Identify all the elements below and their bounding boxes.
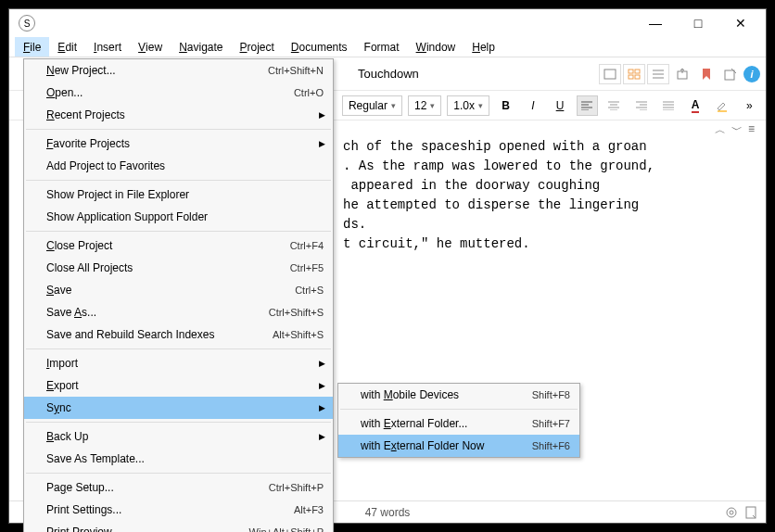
target-icon[interactable]	[725, 506, 738, 519]
text-color-button[interactable]: A	[684, 95, 705, 116]
font-size-select[interactable]: 12	[408, 95, 441, 116]
align-left-button[interactable]	[577, 95, 598, 116]
file-menu-item-16[interactable]: Import▶	[24, 352, 333, 374]
nav-down-icon[interactable]: ﹀	[731, 122, 743, 138]
file-menu-item-5[interactable]: Add Project to Favorites	[24, 155, 333, 177]
line-spacing-select[interactable]: 1.0x	[447, 95, 489, 116]
svg-rect-0	[604, 70, 616, 79]
file-menu-item-7[interactable]: Show Project in File Explorer	[24, 184, 333, 206]
file-menu-item-8[interactable]: Show Application Support Folder	[24, 206, 333, 228]
file-menu-item-12[interactable]: SaveCtrl+S	[24, 279, 333, 301]
sync-menu-item-2[interactable]: with External Folder...Shift+F7	[338, 412, 579, 435]
menu-edit[interactable]: Edit	[49, 37, 85, 57]
bold-button[interactable]: B	[495, 95, 516, 116]
sync-menu-item-3[interactable]: with External Folder NowShift+F6	[338, 435, 579, 457]
menu-format[interactable]: Format	[356, 37, 408, 57]
menu-insert[interactable]: Insert	[85, 37, 130, 57]
file-menu-item-25[interactable]: Print Preview...Win+Alt+Shift+P	[24, 521, 333, 532]
note-icon[interactable]	[745, 506, 756, 519]
align-justify-button[interactable]	[657, 95, 679, 116]
file-menu-item-23[interactable]: Page Setup...Ctrl+Shift+P	[24, 476, 333, 499]
svg-rect-9	[725, 70, 734, 80]
bookmark-icon[interactable]	[695, 64, 718, 84]
minimize-button[interactable]: —	[634, 9, 677, 37]
close-button[interactable]: ✕	[719, 9, 762, 37]
menu-navigate[interactable]: Navigate	[171, 37, 231, 57]
file-menu-item-2[interactable]: Recent Projects▶	[24, 104, 333, 126]
nav-up-icon[interactable]: ︿	[715, 122, 726, 138]
align-center-button[interactable]	[603, 95, 625, 116]
file-menu-dropdown: New Project...Ctrl+Shift+NOpen...Ctrl+OR…	[23, 58, 334, 532]
file-menu-item-20[interactable]: Back Up▶	[24, 425, 333, 448]
file-menu-item-17[interactable]: Export▶	[24, 374, 333, 397]
sync-submenu-dropdown: with Mobile DevicesShift+F8with External…	[337, 383, 580, 458]
menu-help[interactable]: Help	[464, 37, 503, 57]
align-right-button[interactable]	[630, 95, 652, 116]
menubar: FileEditInsertViewNavigateProjectDocumen…	[9, 37, 766, 57]
maximize-button[interactable]: □	[677, 9, 719, 37]
view-single-icon[interactable]	[599, 64, 621, 84]
file-menu-item-10[interactable]: Close ProjectCtrl+F4	[24, 234, 333, 257]
menu-window[interactable]: Window	[408, 37, 464, 57]
info-icon[interactable]: i	[743, 66, 760, 82]
font-style-select[interactable]: Regular	[342, 95, 402, 116]
file-menu-item-24[interactable]: Print Settings...Alt+F3	[24, 499, 333, 521]
italic-button[interactable]: I	[522, 95, 543, 116]
file-menu-item-21[interactable]: Save As Template...	[24, 448, 333, 470]
svg-point-27	[727, 508, 736, 517]
nav-controls: ︿ ﹀ ≡	[715, 122, 755, 138]
toolbar-overflow-button[interactable]: »	[739, 95, 760, 116]
sync-menu-item-0[interactable]: with Mobile DevicesShift+F8	[338, 384, 579, 406]
file-menu-item-4[interactable]: Favorite Projects▶	[24, 133, 333, 155]
view-grid-icon[interactable]	[623, 64, 645, 84]
svg-rect-3	[629, 75, 633, 79]
view-outline-icon[interactable]	[647, 64, 669, 84]
file-menu-item-11[interactable]: Close All ProjectsCtrl+F5	[24, 257, 333, 279]
menu-documents[interactable]: Documents	[283, 37, 356, 57]
file-menu-item-18[interactable]: Sync▶	[24, 397, 333, 419]
file-menu-item-1[interactable]: Open...Ctrl+O	[24, 82, 333, 104]
compose-icon[interactable]	[719, 64, 742, 84]
file-menu-item-0[interactable]: New Project...Ctrl+Shift+N	[24, 59, 333, 82]
menu-project[interactable]: Project	[232, 37, 283, 57]
underline-button[interactable]: U	[549, 95, 570, 116]
document-title: Touchdown	[358, 67, 419, 81]
svg-point-28	[730, 511, 733, 514]
menu-file[interactable]: File	[15, 37, 49, 57]
svg-rect-1	[629, 70, 633, 73]
app-icon: S	[19, 15, 35, 32]
nav-menu-icon[interactable]: ≡	[748, 122, 755, 138]
titlebar: S — □ ✕	[9, 9, 766, 37]
file-menu-item-14[interactable]: Save and Rebuild Search IndexesAlt+Shift…	[24, 323, 333, 346]
highlight-color-button[interactable]	[712, 95, 733, 116]
menu-view[interactable]: View	[130, 37, 171, 57]
file-menu-item-13[interactable]: Save As...Ctrl+Shift+S	[24, 301, 333, 323]
word-count[interactable]: 47 words	[365, 506, 411, 519]
svg-rect-4	[635, 75, 640, 79]
svg-rect-2	[635, 70, 640, 73]
share-icon[interactable]	[671, 64, 693, 84]
